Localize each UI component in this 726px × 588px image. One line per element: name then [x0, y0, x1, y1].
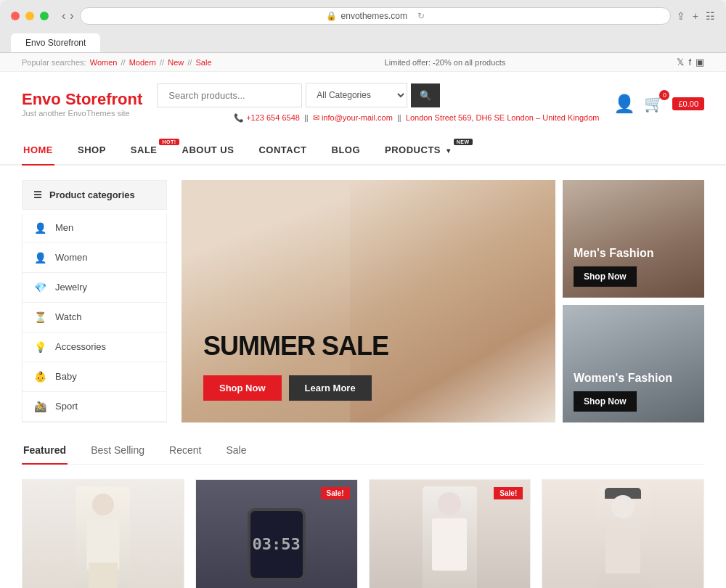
popular-searches: Popular searches: Women // Modern // New…	[22, 58, 213, 67]
learn-more-button[interactable]: Learn More	[289, 375, 372, 401]
hero-side-cards: Men's Fashion Shop Now Women's Fashion S…	[563, 180, 704, 422]
sidebar-item-jewelry[interactable]: 💎 Jewelry	[23, 273, 166, 303]
grid-icon[interactable]: ☷	[706, 10, 715, 22]
product-card-3[interactable]: Sale!	[369, 479, 531, 588]
header: Envo Storefront Just another EnvoThemes …	[0, 72, 726, 136]
cart-icon[interactable]: 🛒 0	[644, 94, 664, 113]
share-icon[interactable]: ⇪	[677, 10, 685, 22]
cart-badge: 0	[659, 90, 669, 100]
hero-buttons: Shop Now Learn More	[203, 375, 388, 401]
sidebar-item-sport[interactable]: 🚵 Sport	[23, 392, 166, 422]
tab-recent[interactable]: Recent	[168, 437, 203, 465]
tab-bestselling[interactable]: Best Selling	[89, 437, 146, 465]
lock-icon: 🔒	[326, 11, 337, 21]
womens-shop-now-button[interactable]: Shop Now	[574, 391, 637, 412]
email-icon: ✉	[313, 113, 319, 122]
sale-badge: HOT!	[159, 139, 179, 145]
watch-icon: ⏳	[33, 311, 46, 323]
mens-shop-now-button[interactable]: Shop Now	[574, 266, 637, 287]
close-btn[interactable]	[11, 12, 20, 20]
contact-info: 📞 +123 654 6548 || ✉ info@your-mail.com …	[157, 112, 599, 125]
maximize-btn[interactable]	[40, 12, 49, 20]
category-select[interactable]: All Categories	[306, 83, 407, 107]
sidebar-item-men[interactable]: 👤 Men	[23, 213, 166, 243]
facebook-icon[interactable]: f	[688, 57, 691, 68]
men-icon: 👤	[33, 222, 46, 234]
sidebar-header: ☰ Product categories	[22, 180, 167, 210]
accessories-icon: 💡	[33, 341, 46, 353]
sidebar-item-watch[interactable]: ⏳ Watch	[23, 303, 166, 332]
baby-icon: 👶	[33, 371, 46, 383]
nav-products[interactable]: PRODUCTS NEW ▾	[383, 136, 452, 164]
sidebar: ☰ Product categories 👤 Men 👤 Women 💎 Jew…	[22, 180, 167, 422]
instagram-icon[interactable]: ▣	[696, 57, 704, 68]
new-tab-icon[interactable]: +	[693, 10, 698, 22]
search-women[interactable]: Women	[90, 58, 118, 67]
sport-icon: 🚵	[33, 401, 46, 412]
tab-featured[interactable]: Featured	[22, 437, 68, 465]
nav-sale[interactable]: SALE HOT!	[129, 136, 159, 164]
offer-text: Limited offer: -20% on all products	[385, 58, 506, 67]
womens-card-title: Women's Fashion	[574, 371, 693, 385]
products-badge: NEW	[454, 139, 473, 145]
sidebar-item-women[interactable]: 👤 Women	[23, 243, 166, 273]
products-dropdown-icon: ▾	[446, 147, 451, 155]
sale-badge-3: Sale!	[494, 487, 523, 499]
search-new[interactable]: New	[168, 58, 184, 67]
refresh-icon: ↻	[417, 11, 425, 21]
sidebar-menu: 👤 Men 👤 Women 💎 Jewelry ⏳ Watch 💡	[22, 213, 167, 422]
menu-icon: ☰	[33, 189, 42, 200]
sidebar-item-baby[interactable]: 👶 Baby	[23, 362, 166, 392]
browser-tab[interactable]: Envo Storefront	[11, 33, 100, 52]
product-image-4	[542, 480, 703, 588]
product-card-1[interactable]	[22, 479, 184, 588]
logo[interactable]: Envo Storefront	[22, 90, 142, 109]
search-area: All Categories 🔍	[157, 83, 599, 107]
product-card-2[interactable]: 03:53 Sale!	[195, 479, 358, 588]
top-bar: Popular searches: Women // Modern // New…	[0, 53, 726, 72]
jewelry-icon: 💎	[33, 282, 46, 293]
url-text: envothemes.com	[341, 11, 407, 21]
header-icons: 👤 🛒 0 £0.00	[613, 94, 704, 114]
logo-area: Envo Storefront Just another EnvoThemes …	[22, 90, 142, 118]
phone-icon: 📞	[234, 113, 244, 122]
hero-area: SUMMER SALE Shop Now Learn More Men's Fa…	[182, 180, 704, 422]
main-nav: HOME SHOP SALE HOT! ABOUT US CONTACT BLO…	[0, 136, 726, 166]
shop-now-button[interactable]: Shop Now	[203, 375, 282, 401]
products-section: Featured Best Selling Recent Sale	[0, 437, 726, 588]
minimize-btn[interactable]	[25, 12, 34, 20]
tagline: Just another EnvoThemes site	[22, 109, 142, 118]
nav-contact[interactable]: CONTACT	[257, 136, 308, 164]
women-icon: 👤	[33, 252, 46, 264]
product-image-1	[23, 480, 184, 588]
mens-fashion-card: Men's Fashion Shop Now	[563, 180, 704, 298]
product-tabs: Featured Best Selling Recent Sale	[22, 437, 704, 465]
forward-btn[interactable]: ›	[70, 9, 73, 23]
address-bar[interactable]: 🔒 envothemes.com ↻	[80, 7, 671, 25]
tab-sale[interactable]: Sale	[224, 437, 248, 465]
nav-home[interactable]: HOME	[22, 136, 54, 166]
product-card-4[interactable]	[542, 479, 704, 588]
twitter-icon[interactable]: 𝕏	[677, 57, 684, 68]
womens-fashion-card: Women's Fashion Shop Now	[563, 305, 704, 422]
search-modern[interactable]: Modern	[129, 58, 156, 67]
hero-title: SUMMER SALE	[203, 332, 388, 361]
mens-card-title: Men's Fashion	[574, 246, 693, 260]
sale-badge-2: Sale!	[321, 487, 350, 499]
nav-about[interactable]: ABOUT US	[181, 136, 236, 164]
account-icon[interactable]: 👤	[613, 94, 635, 114]
cart-total[interactable]: £0.00	[672, 97, 704, 110]
search-sale[interactable]: Sale	[196, 58, 212, 67]
nav-blog[interactable]: BLOG	[330, 136, 362, 164]
back-btn[interactable]: ‹	[62, 9, 65, 23]
main-content: ☰ Product categories 👤 Men 👤 Women 💎 Jew…	[0, 166, 726, 437]
nav-shop[interactable]: SHOP	[76, 136, 107, 164]
hero-banner: SUMMER SALE Shop Now Learn More	[182, 180, 555, 422]
sidebar-item-accessories[interactable]: 💡 Accessories	[23, 332, 166, 362]
hero-text: SUMMER SALE Shop Now Learn More	[203, 332, 388, 401]
search-input[interactable]	[157, 83, 302, 107]
search-button[interactable]: 🔍	[411, 83, 440, 107]
product-grid: 03:53 Sale! Sale!	[22, 479, 704, 588]
